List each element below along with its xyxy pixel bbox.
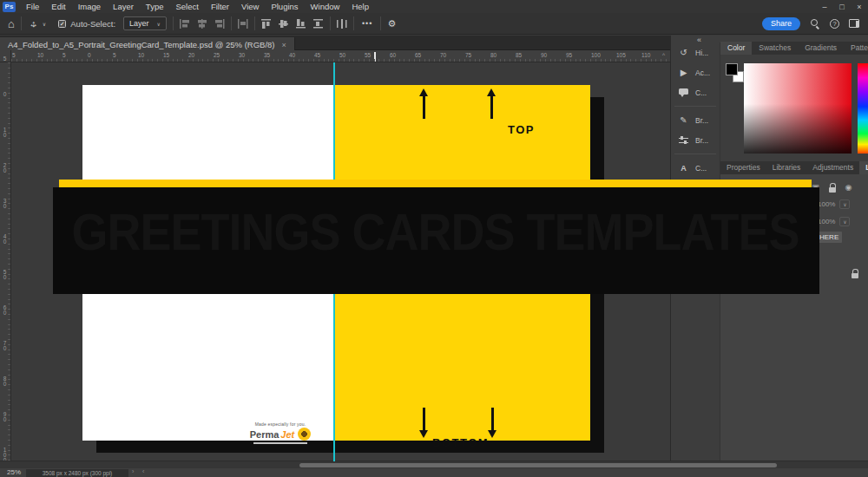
- pin-filter-icon[interactable]: ◉: [844, 183, 853, 193]
- move-tool-caret-icon[interactable]: ∨: [43, 21, 46, 27]
- fill-field[interactable]: 100%∨: [818, 217, 850, 226]
- ruler-tick: 90: [541, 52, 547, 58]
- tab[interactable]: Layers: [859, 161, 868, 174]
- auto-select-target-value: Layer: [129, 19, 149, 28]
- menu-item[interactable]: Plugins: [265, 0, 304, 13]
- panel-button-actions[interactable]: ▶Ac...: [671, 62, 720, 82]
- horizontal-ruler: ^ 51050510152025303540455055606570758085…: [11, 50, 670, 62]
- bottom-label: BOTTOM: [432, 436, 489, 449]
- align-top-edges-icon[interactable]: [261, 19, 272, 29]
- tab[interactable]: Swatches: [752, 42, 798, 55]
- distribute-horizontal-icon[interactable]: [238, 19, 248, 29]
- divider: [330, 16, 331, 30]
- tab[interactable]: Gradients: [798, 42, 844, 55]
- menu-item[interactable]: Window: [305, 0, 346, 13]
- lock-icon[interactable]: [828, 183, 836, 193]
- document-info-field: 3508 px x 2480 px (300 ppi): [26, 469, 128, 477]
- hue-slider[interactable]: [858, 63, 868, 154]
- foreground-color-swatch[interactable]: [726, 63, 738, 75]
- share-button[interactable]: Share: [762, 17, 800, 30]
- window-controls: – □ ×: [816, 1, 868, 13]
- actions-icon: ▶: [678, 68, 689, 77]
- auto-select-target-dropdown[interactable]: Layer ∨: [123, 16, 167, 30]
- tab[interactable]: Properties: [720, 161, 766, 174]
- status-chevron-icon[interactable]: ›: [132, 468, 134, 474]
- minimize-button[interactable]: –: [816, 1, 833, 13]
- ruler-tick: 105: [616, 52, 626, 58]
- ruler-tick: 110: [641, 52, 650, 58]
- panel-button-brushes[interactable]: Br...: [671, 130, 720, 150]
- zoom-level-field[interactable]: 25%: [7, 468, 21, 476]
- more-options-icon[interactable]: •••: [362, 19, 372, 28]
- menu-item[interactable]: Type: [140, 0, 170, 13]
- align-bottom-edges-icon[interactable]: [296, 19, 306, 29]
- menu-item[interactable]: Help: [345, 0, 375, 13]
- menu-item[interactable]: Layer: [107, 0, 140, 13]
- brush-settings-icon: ✎: [678, 115, 689, 125]
- panel-button-character[interactable]: AC...: [671, 158, 720, 178]
- comments-icon: [678, 88, 689, 96]
- maximize-button[interactable]: □: [833, 1, 851, 13]
- horizontal-scrollbar[interactable]: [0, 461, 868, 468]
- comments-label: C...: [695, 88, 707, 97]
- distribute-spacing-icon[interactable]: [337, 19, 347, 29]
- workspace-icon[interactable]: [849, 19, 859, 28]
- tab[interactable]: Patterns: [844, 42, 868, 55]
- panel-tabs: PropertiesLibrariesAdjustmentsLayers: [720, 161, 868, 174]
- title-bar: Ps FileEditImageLayerTypeSelectFilterVie…: [0, 0, 868, 13]
- opacity-field[interactable]: 100%∨: [818, 199, 850, 209]
- distribute-vertical-icon[interactable]: [313, 19, 324, 29]
- align-left-edges-icon[interactable]: [180, 19, 190, 29]
- color-spectrum-field[interactable]: [744, 63, 852, 154]
- scrollbar-thumb[interactable]: [299, 463, 777, 467]
- banner-text: GREETINGS CARDS TEMPLATES: [71, 202, 799, 260]
- menu-item[interactable]: Select: [169, 0, 204, 13]
- align-vertical-centers-icon[interactable]: [279, 19, 289, 29]
- divider: [254, 16, 255, 30]
- ruler-tick: 80: [2, 376, 8, 386]
- menu-item[interactable]: Filter: [205, 0, 235, 13]
- panel-button-brush-settings[interactable]: ✎Br...: [671, 110, 720, 130]
- brand-tagline: [253, 442, 307, 444]
- gear-icon[interactable]: ⚙: [387, 18, 396, 29]
- status-chevron-icon[interactable]: ‹: [142, 468, 144, 474]
- help-icon[interactable]: ?: [830, 19, 839, 29]
- menu-bar: FileEditImageLayerTypeSelectFilterViewPl…: [20, 0, 375, 13]
- panel-button-comments[interactable]: C...: [671, 82, 720, 102]
- search-icon[interactable]: [810, 18, 820, 29]
- tab[interactable]: Color: [720, 42, 752, 55]
- ruler-tick: 5: [2, 56, 8, 61]
- ruler-tick: 30: [2, 198, 8, 208]
- menu-item[interactable]: Edit: [45, 0, 71, 13]
- chevron-down-icon[interactable]: ∨: [839, 217, 850, 226]
- menu-item[interactable]: File: [20, 0, 45, 13]
- ruler-tick: 60: [2, 304, 8, 315]
- ruler-tick: 0: [2, 91, 8, 96]
- panel-button-history[interactable]: ↺Hi...: [671, 42, 720, 62]
- chevron-down-icon[interactable]: ∨: [839, 199, 850, 209]
- close-button[interactable]: ×: [851, 1, 868, 13]
- align-horizontal-centers-icon[interactable]: [197, 19, 207, 29]
- document-tab-title: A4_Folded_to_A5_Portrait_GreetingCard_Te…: [8, 40, 274, 49]
- up-arrow-icon: [490, 95, 493, 119]
- divider: [173, 16, 174, 30]
- ruler-tick: 60: [390, 52, 396, 58]
- menu-item[interactable]: Image: [72, 0, 107, 13]
- chevron-down-icon: ∨: [157, 21, 161, 27]
- ruler-tick: 80: [490, 52, 496, 58]
- align-right-edges-icon[interactable]: [214, 19, 225, 29]
- ruler-tick: 10: [2, 127, 8, 137]
- divider: [21, 16, 22, 30]
- menu-item[interactable]: View: [235, 0, 265, 13]
- ruler-tick: 40: [2, 233, 8, 244]
- ruler-tick: 50: [339, 52, 345, 58]
- close-tab-icon[interactable]: ×: [281, 41, 286, 49]
- home-icon[interactable]: ⌂: [8, 18, 15, 29]
- auto-select-checkbox[interactable]: ✓: [58, 20, 66, 28]
- move-tool-icon[interactable]: ↔↕: [28, 17, 40, 29]
- photoshop-window: Ps FileEditImageLayerTypeSelectFilterVie…: [0, 0, 868, 477]
- ruler-tick: 85: [516, 52, 522, 58]
- tab[interactable]: Adjustments: [806, 161, 859, 174]
- tab[interactable]: Libraries: [766, 161, 807, 174]
- layer-name-fragment[interactable]: HERE: [816, 232, 842, 243]
